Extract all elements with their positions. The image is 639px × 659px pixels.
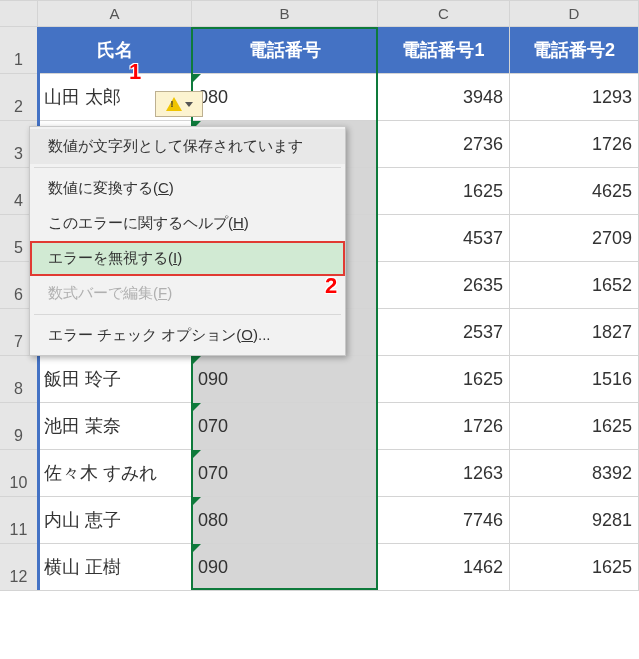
cell-B9[interactable]: 070 [192, 403, 378, 450]
cell-B10[interactable]: 070 [192, 450, 378, 497]
spreadsheet: A B C D 1 氏名 電話番号 電話番号1 電話番号2 2 山田 太郎 08… [0, 0, 639, 591]
annotation-1: 1 [129, 59, 141, 85]
cell-B1[interactable]: 電話番号 [192, 27, 378, 74]
row-header-11[interactable]: 11 [0, 497, 38, 544]
table-row: 11 内山 恵子 080 7746 9281 [0, 497, 639, 544]
table-row: 8 飯田 玲子 090 1625 1516 [0, 356, 639, 403]
warning-triangle-icon: ! [166, 97, 182, 111]
cell-D4[interactable]: 4625 [510, 168, 639, 215]
cell-D11[interactable]: 9281 [510, 497, 639, 544]
cell-C9[interactable]: 1726 [378, 403, 510, 450]
cell-C4[interactable]: 1625 [378, 168, 510, 215]
cell-C8[interactable]: 1625 [378, 356, 510, 403]
cell-C11[interactable]: 7746 [378, 497, 510, 544]
cell-C10[interactable]: 1263 [378, 450, 510, 497]
cell-C12[interactable]: 1462 [378, 544, 510, 591]
cell-A8[interactable]: 飯田 玲子 [38, 356, 192, 403]
cell-D10[interactable]: 8392 [510, 450, 639, 497]
cell-D9[interactable]: 1625 [510, 403, 639, 450]
table-row: 2 山田 太郎 080 3948 1293 [0, 74, 639, 121]
error-context-menu: 数値が文字列として保存されています 数値に変換する(C) このエラーに関するヘル… [29, 126, 346, 356]
row-header-2[interactable]: 2 [0, 74, 38, 121]
cell-D6[interactable]: 1652 [510, 262, 639, 309]
cell-A10[interactable]: 佐々木 すみれ [38, 450, 192, 497]
row-header-1[interactable]: 1 [0, 27, 38, 74]
cell-C6[interactable]: 2635 [378, 262, 510, 309]
cell-D8[interactable]: 1516 [510, 356, 639, 403]
error-indicator-button[interactable]: ! [155, 91, 203, 117]
cell-D3[interactable]: 1726 [510, 121, 639, 168]
cell-C1[interactable]: 電話番号1 [378, 27, 510, 74]
column-headers: A B C D [0, 0, 639, 27]
cell-A1[interactable]: 氏名 [38, 27, 192, 74]
ctx-title: 数値が文字列として保存されています [30, 129, 345, 164]
table-row: 12 横山 正樹 090 1462 1625 [0, 544, 639, 591]
cell-C7[interactable]: 2537 [378, 309, 510, 356]
cell-D1[interactable]: 電話番号2 [510, 27, 639, 74]
ctx-separator [34, 314, 341, 315]
select-all-corner[interactable] [0, 1, 38, 27]
table-row: 9 池田 茉奈 070 1726 1625 [0, 403, 639, 450]
cell-B12[interactable]: 090 [192, 544, 378, 591]
col-header-C[interactable]: C [378, 1, 510, 27]
ctx-edit-in-formula-bar: 数式バーで編集(F) [30, 276, 345, 311]
ctx-separator [34, 167, 341, 168]
cell-B11[interactable]: 080 [192, 497, 378, 544]
ctx-ignore-error[interactable]: エラーを無視する(I) [30, 241, 345, 276]
ctx-convert-to-number[interactable]: 数値に変換する(C) [30, 171, 345, 206]
cell-A9[interactable]: 池田 茉奈 [38, 403, 192, 450]
col-header-D[interactable]: D [510, 1, 639, 27]
col-header-B[interactable]: B [192, 1, 378, 27]
header-row: 1 氏名 電話番号 電話番号1 電話番号2 [0, 27, 639, 74]
cell-C3[interactable]: 2736 [378, 121, 510, 168]
cell-B8[interactable]: 090 [192, 356, 378, 403]
row-header-12[interactable]: 12 [0, 544, 38, 591]
chevron-down-icon [185, 102, 193, 107]
row-header-9[interactable]: 9 [0, 403, 38, 450]
cell-D2[interactable]: 1293 [510, 74, 639, 121]
cell-A11[interactable]: 内山 恵子 [38, 497, 192, 544]
row-header-8[interactable]: 8 [0, 356, 38, 403]
col-header-A[interactable]: A [38, 1, 192, 27]
ctx-help-on-error[interactable]: このエラーに関するヘルプ(H) [30, 206, 345, 241]
cell-D12[interactable]: 1625 [510, 544, 639, 591]
ctx-error-check-options[interactable]: エラー チェック オプション(O)... [30, 318, 345, 353]
cell-C5[interactable]: 4537 [378, 215, 510, 262]
cell-D7[interactable]: 1827 [510, 309, 639, 356]
annotation-2: 2 [325, 273, 337, 299]
table-row: 10 佐々木 すみれ 070 1263 8392 [0, 450, 639, 497]
cell-C2[interactable]: 3948 [378, 74, 510, 121]
row-header-10[interactable]: 10 [0, 450, 38, 497]
cell-B2[interactable]: 080 [192, 74, 378, 121]
cell-D5[interactable]: 2709 [510, 215, 639, 262]
cell-A12[interactable]: 横山 正樹 [38, 544, 192, 591]
